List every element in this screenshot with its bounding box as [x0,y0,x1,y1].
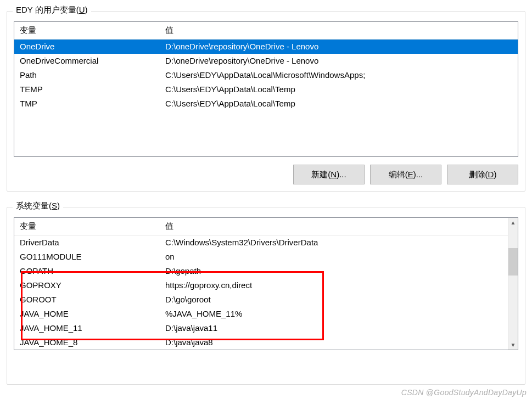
system-variables-label: 系统变量(S) [13,201,63,211]
table-row[interactable]: OneDriveCommercialD:\oneDrive\repository… [14,54,518,68]
var-value: C:\Windows\System32\Drivers\DriverData [160,235,508,250]
delete-button[interactable]: 删除(D) [447,165,518,184]
header-variable[interactable]: 变量 [14,218,160,235]
var-value: D:\oneDrive\repository\OneDrive - Lenovo [160,40,518,54]
var-name: GOPATH [14,264,160,278]
var-name: JAVA_HOME [14,307,160,321]
var-value: D:\gopath [160,264,508,278]
scroll-down-icon[interactable]: ▼ [508,340,518,350]
var-name: JAVA_HOME_11 [14,321,160,335]
table-row[interactable]: GO111MODULEon [14,250,508,264]
system-variables-list[interactable]: 变量 值 DriverDataC:\Windows\System32\Drive… [14,217,518,350]
user-variables-group: EDY 的用户变量(U) 变量 值 OneDriveD:\oneDrive\re… [7,11,525,192]
list-header: 变量 值 [14,22,518,40]
var-name: GO111MODULE [14,250,160,264]
var-value: D:\java\java11 [160,321,508,335]
var-value: C:\Users\EDY\AppData\Local\Microsoft\Win… [160,68,518,82]
header-value[interactable]: 值 [160,22,518,39]
var-name: JAVA_HOME_8 [14,335,160,350]
scroll-up-icon[interactable]: ▲ [508,218,518,227]
table-row[interactable]: TMPC:\Users\EDY\AppData\Local\Temp [14,97,518,111]
table-row[interactable]: OneDriveD:\oneDrive\repository\OneDrive … [14,40,518,54]
var-value: D:\java\java8 [160,335,508,350]
var-value: D:\go\goroot [160,293,508,307]
watermark: CSDN @GoodStudyAndDayDayUp [401,388,527,397]
env-vars-dialog: EDY 的用户变量(U) 变量 值 OneDriveD:\oneDrive\re… [0,0,532,391]
user-variables-list[interactable]: 变量 值 OneDriveD:\oneDrive\repository\OneD… [14,21,518,157]
var-value: C:\Users\EDY\AppData\Local\Temp [160,82,518,97]
var-name: Path [14,68,160,82]
header-value[interactable]: 值 [160,218,508,235]
edit-button[interactable]: 编辑(E)... [370,165,441,184]
table-row[interactable]: GOPATHD:\gopath [14,264,508,278]
header-variable[interactable]: 变量 [14,22,160,39]
new-button[interactable]: 新建(N)... [293,165,365,184]
table-row[interactable]: PathC:\Users\EDY\AppData\Local\Microsoft… [14,68,518,82]
var-name: OneDriveCommercial [14,54,160,68]
table-row[interactable]: JAVA_HOME_8D:\java\java8 [14,335,508,350]
table-row[interactable]: DriverDataC:\Windows\System32\Drivers\Dr… [14,235,508,250]
table-row[interactable]: JAVA_HOME%JAVA_HOME_11% [14,307,508,321]
var-name: TEMP [14,82,160,97]
scroll-track[interactable] [508,227,518,340]
var-value: %JAVA_HOME_11% [160,307,508,321]
table-row[interactable]: GOPROXYhttps://goproxy.cn,direct [14,278,508,293]
scroll-thumb[interactable] [508,248,518,276]
table-row[interactable]: TEMPC:\Users\EDY\AppData\Local\Temp [14,82,518,97]
var-name: DriverData [14,235,160,250]
var-value: on [160,250,508,264]
var-name: TMP [14,97,160,111]
system-variables-group: 系统变量(S) 变量 值 DriverDataC:\Windows\System… [7,207,525,385]
var-name: OneDrive [14,40,160,54]
table-row[interactable]: JAVA_HOME_11D:\java\java11 [14,321,508,335]
var-name: GOROOT [14,293,160,307]
var-value: D:\oneDrive\repository\OneDrive - Lenovo [160,54,518,68]
var-value: C:\Users\EDY\AppData\Local\Temp [160,97,518,111]
table-row[interactable]: GOROOTD:\go\goroot [14,293,508,307]
scrollbar[interactable]: ▲ ▼ [508,218,518,350]
user-variables-label: EDY 的用户变量(U) [13,5,91,15]
user-buttons: 新建(N)... 编辑(E)... 删除(D) [14,165,518,184]
var-value: https://goproxy.cn,direct [160,278,508,293]
var-name: GOPROXY [14,278,160,293]
list-header: 变量 值 [14,218,508,235]
